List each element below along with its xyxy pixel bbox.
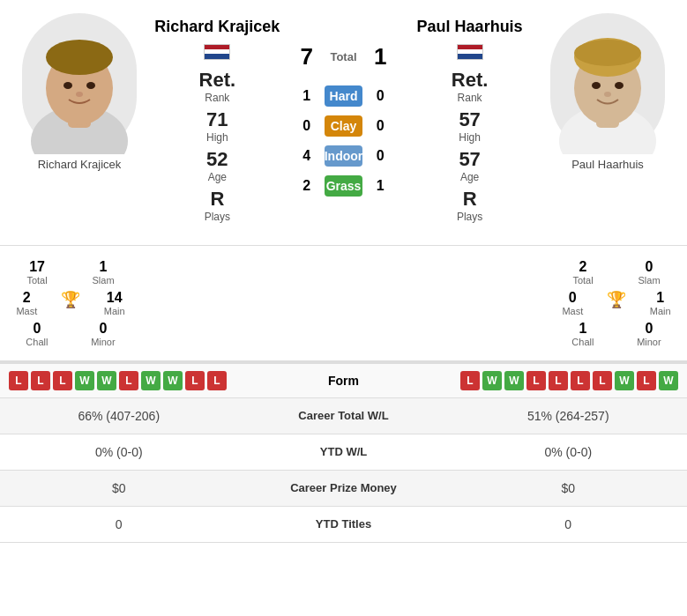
form-badge-left: L	[31, 371, 50, 390]
stat-right-1: 0% (0-0)	[459, 445, 679, 459]
svg-point-14	[592, 82, 601, 89]
top-section: Richard Krajicek Richard Krajicek Ret. R…	[0, 0, 687, 246]
right-age-value: 57	[459, 148, 480, 171]
stats-rows: 66% (407-206)Career Total W/L51% (264-25…	[0, 398, 687, 543]
right-age-group: 57 Age	[407, 148, 533, 183]
form-badge-right: L	[637, 371, 656, 390]
left-slam-val: 1	[100, 259, 108, 275]
left-main-cell: 14 Main	[104, 290, 125, 316]
left-rank-value: Ret.	[199, 69, 236, 92]
left-mast-val: 2	[23, 290, 31, 306]
form-badge-right: L	[549, 371, 568, 390]
form-label: Form	[273, 374, 414, 388]
left-mast-cell: 2 Mast	[16, 290, 37, 316]
stat-left-1: 0% (0-0)	[9, 445, 229, 459]
form-badge-right: L	[593, 371, 612, 390]
clay-row: 0 Clay 0	[289, 115, 399, 137]
left-total-val: 17	[29, 259, 45, 275]
right-mast-cell: 0 Mast	[562, 290, 583, 316]
form-badge-left: L	[207, 371, 227, 390]
clay-score-right: 0	[362, 118, 398, 134]
total-row: 7 Total 1	[289, 43, 399, 71]
left-rank-group: Ret. Rank	[154, 69, 280, 104]
form-badge-right: W	[504, 371, 524, 390]
form-badge-left: W	[141, 371, 161, 390]
left-chall-minor-row: 0 Chall 0 Minor	[4, 321, 137, 347]
center-spacer	[141, 246, 546, 360]
left-total-lbl: Total	[26, 275, 47, 286]
stat-row-3: 0YTD Titles0	[0, 507, 687, 543]
left-player-label: Richard Krajicek	[38, 158, 122, 171]
svg-point-16	[604, 92, 611, 97]
svg-point-13	[574, 40, 641, 66]
form-badge-right: L	[460, 371, 480, 390]
indoor-row: 4 Indoor 0	[289, 145, 399, 167]
right-form-badges: LWWLLLLWLW	[414, 371, 679, 390]
right-player-name: Paul Haarhuis	[417, 18, 523, 37]
stat-label-1: YTD W/L	[229, 445, 459, 458]
left-slam-cell: 1 Slam	[93, 259, 115, 286]
right-slam-cell: 0 Slam	[638, 259, 661, 286]
left-high-label: High	[206, 131, 228, 144]
right-chall-minor-row: 1 Chall 0 Minor	[550, 321, 683, 347]
bottom-section: LLLWWLWWLL Form LWWLLLLWLW 66% (407-206)…	[0, 362, 687, 543]
right-minor-val: 0	[645, 321, 653, 337]
left-player-photo-area: Richard Krajicek	[9, 13, 150, 232]
right-main-lbl: Main	[650, 306, 671, 316]
right-total-lbl: Total	[572, 275, 593, 286]
stat-right-3: 0	[459, 517, 679, 531]
form-badge-right: W	[659, 371, 678, 390]
stat-label-3: YTD Titles	[229, 517, 459, 531]
right-mast-main-row: 0 Mast 🏆 1 Main	[550, 290, 683, 316]
left-plays-value: R	[210, 188, 224, 211]
right-mast-val: 0	[569, 290, 577, 306]
right-plays-group: R Plays	[407, 188, 533, 223]
hard-score-right: 0	[362, 88, 398, 104]
left-mast-lbl: Mast	[16, 306, 37, 316]
stat-left-0: 66% (407-206)	[9, 409, 229, 423]
right-player-stats: Paul Haarhuis Ret. Rank 57 High 57 Age R	[402, 13, 537, 232]
right-high-group: 57 High	[407, 108, 533, 144]
form-badge-right: W	[482, 371, 502, 390]
form-badge-right: L	[526, 371, 546, 390]
left-plays-group: R Plays	[154, 188, 280, 223]
right-rank-label: Rank	[458, 92, 482, 104]
svg-point-6	[86, 82, 95, 89]
left-minor-lbl: Minor	[91, 337, 116, 347]
left-player-name: Richard Krajicek	[154, 18, 280, 37]
main-container: Richard Krajicek Richard Krajicek Ret. R…	[0, 0, 687, 543]
left-age-value: 52	[206, 148, 228, 171]
right-minor-cell: 0 Minor	[637, 321, 661, 347]
right-slam-val: 0	[646, 259, 653, 275]
left-minor-cell: 0 Minor	[91, 321, 116, 347]
left-title-stats: 17 Total 1 Slam 2 Mast 🏆 14 Main	[0, 246, 141, 360]
form-badge-right: W	[615, 371, 634, 390]
left-high-group: 71 High	[154, 108, 280, 144]
left-minor-val: 0	[99, 321, 107, 337]
right-high-label: High	[459, 131, 481, 144]
left-main-val: 14	[107, 290, 123, 306]
left-slam-lbl: Slam	[93, 275, 115, 286]
left-trophy-icon: 🏆	[61, 290, 80, 316]
right-player-label: Paul Haarhuis	[571, 158, 644, 171]
clay-badge: Clay	[325, 115, 363, 137]
indoor-score-right: 0	[362, 148, 398, 164]
left-chall-val: 0	[33, 321, 41, 337]
right-main-cell: 1 Main	[650, 290, 671, 316]
total-score-right: 1	[362, 43, 398, 71]
svg-point-7	[76, 92, 83, 97]
stat-label-0: Career Total W/L	[229, 409, 459, 422]
indoor-score-left: 4	[289, 148, 325, 164]
left-mast-main-row: 2 Mast 🏆 14 Main	[4, 290, 137, 316]
left-plays-label: Plays	[205, 211, 230, 223]
form-badge-right: L	[571, 371, 590, 390]
svg-point-15	[615, 82, 624, 89]
left-age-label: Age	[208, 171, 227, 183]
right-total-val: 2	[579, 259, 587, 275]
left-form-badges: LLLWWLWWLL	[9, 371, 273, 390]
right-total-slam-row: 2 Total 0 Slam	[550, 259, 683, 286]
left-player-stats: Richard Krajicek Ret. Rank 71 High 52 Ag…	[150, 13, 285, 232]
svg-point-5	[63, 82, 72, 89]
right-player-flag	[457, 44, 483, 60]
form-badge-left: L	[185, 371, 205, 390]
